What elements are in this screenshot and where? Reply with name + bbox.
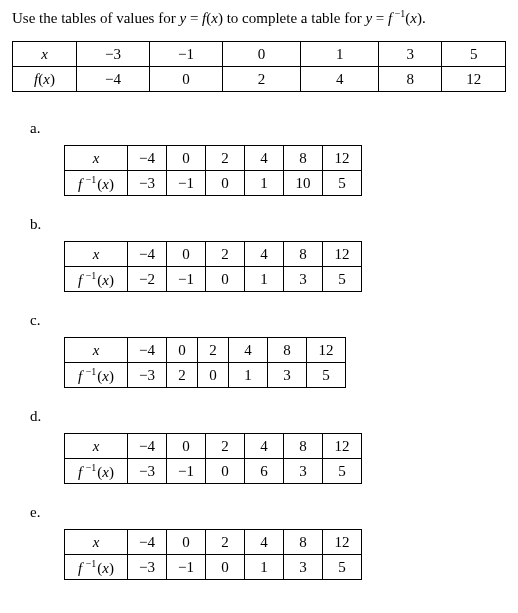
- cell: 12: [323, 146, 362, 171]
- eq: =: [186, 10, 202, 26]
- cell: −1: [167, 171, 206, 196]
- cell: 2: [198, 338, 229, 363]
- cell: 4: [245, 242, 284, 267]
- cell: 0: [206, 267, 245, 292]
- cell: 3: [284, 459, 323, 484]
- cell: 2: [206, 434, 245, 459]
- cell: 8: [284, 434, 323, 459]
- var-x: x: [211, 10, 218, 26]
- table-row: x −3 −1 0 1 3 5: [13, 42, 506, 67]
- table-row: f −1(x) −3 −1 0 6 3 5: [65, 459, 362, 484]
- cell: 2: [167, 363, 198, 388]
- paren-close: ).: [417, 10, 426, 26]
- inverse-sup: −1: [392, 8, 405, 19]
- option-c: c. x −4 0 2 4 8 12 f −1(x) −3 2 0 1 3 5: [40, 312, 506, 388]
- cell: 0: [150, 67, 223, 92]
- table-row: x −4 0 2 4 8 12: [65, 530, 362, 555]
- cell: −3: [128, 171, 167, 196]
- cell: 12: [323, 434, 362, 459]
- var-x: x: [410, 10, 417, 26]
- table-row: x −4 0 2 4 8 12: [65, 146, 362, 171]
- option-d: d. x −4 0 2 4 8 12 f −1(x) −3 −1 0 6 3 5: [40, 408, 506, 484]
- cell: −3: [128, 555, 167, 580]
- cell: 12: [442, 67, 506, 92]
- cell: 5: [307, 363, 346, 388]
- cell: 4: [301, 67, 379, 92]
- cell: 8: [379, 67, 442, 92]
- option-b: b. x −4 0 2 4 8 12 f −1(x) −2 −1 0 1 3 5: [40, 216, 506, 292]
- cell: 2: [223, 67, 301, 92]
- col-header-x: x: [93, 438, 100, 454]
- cell: −1: [167, 459, 206, 484]
- col-header-x: x: [93, 534, 100, 550]
- option-a: a. x −4 0 2 4 8 12 f −1(x) −3 −1 0 1 10 …: [40, 120, 506, 196]
- col-header-fx: f(x): [13, 67, 77, 92]
- option-label: b.: [30, 216, 506, 233]
- eq: =: [372, 10, 388, 26]
- col-header-finv: f −1(x): [65, 267, 128, 292]
- cell: 5: [442, 42, 506, 67]
- prompt-text: to complete a table for: [223, 10, 365, 26]
- option-table: x −4 0 2 4 8 12 f −1(x) −3 2 0 1 3 5: [64, 337, 346, 388]
- col-header-finv: f −1(x): [65, 555, 128, 580]
- cell: 1: [245, 267, 284, 292]
- cell: 5: [323, 555, 362, 580]
- table-row: x −4 0 2 4 8 12: [65, 338, 346, 363]
- cell: −3: [128, 459, 167, 484]
- cell: −1: [167, 267, 206, 292]
- cell: 12: [323, 242, 362, 267]
- col-header-finv: f −1(x): [65, 363, 128, 388]
- cell: 4: [229, 338, 268, 363]
- option-table: x −4 0 2 4 8 12 f −1(x) −3 −1 0 1 10 5: [64, 145, 362, 196]
- cell: −4: [128, 338, 167, 363]
- table-row: f(x) −4 0 2 4 8 12: [13, 67, 506, 92]
- cell: 12: [307, 338, 346, 363]
- table-row: f −1(x) −3 −1 0 1 10 5: [65, 171, 362, 196]
- cell: 0: [206, 459, 245, 484]
- cell: 4: [245, 530, 284, 555]
- col-header-finv: f −1(x): [65, 459, 128, 484]
- cell: −4: [128, 242, 167, 267]
- cell: −1: [150, 42, 223, 67]
- cell: 0: [167, 434, 206, 459]
- cell: −2: [128, 267, 167, 292]
- cell: 0: [223, 42, 301, 67]
- table-row: x −4 0 2 4 8 12: [65, 242, 362, 267]
- option-table: x −4 0 2 4 8 12 f −1(x) −3 −1 0 1 3 5: [64, 529, 362, 580]
- col-header-x: x: [93, 246, 100, 262]
- cell: 2: [206, 530, 245, 555]
- option-label: e.: [30, 504, 506, 521]
- col-header-finv: f −1(x): [65, 171, 128, 196]
- cell: 8: [268, 338, 307, 363]
- cell: 4: [245, 434, 284, 459]
- cell: −4: [128, 434, 167, 459]
- cell: 5: [323, 267, 362, 292]
- cell: 10: [284, 171, 323, 196]
- cell: 8: [284, 242, 323, 267]
- cell: 0: [198, 363, 229, 388]
- cell: 1: [245, 555, 284, 580]
- cell: 8: [284, 146, 323, 171]
- table-row: f −1(x) −2 −1 0 1 3 5: [65, 267, 362, 292]
- prompt-text: Use the tables of values for: [12, 10, 179, 26]
- cell: 3: [379, 42, 442, 67]
- cell: 12: [323, 530, 362, 555]
- option-label: c.: [30, 312, 506, 329]
- question-prompt: Use the tables of values for y = f(x) to…: [12, 8, 506, 27]
- option-table: x −4 0 2 4 8 12 f −1(x) −2 −1 0 1 3 5: [64, 241, 362, 292]
- cell: −4: [77, 67, 150, 92]
- cell: 8: [284, 530, 323, 555]
- cell: −1: [167, 555, 206, 580]
- cell: −3: [128, 363, 167, 388]
- cell: 4: [245, 146, 284, 171]
- option-e: e. x −4 0 2 4 8 12 f −1(x) −3 −1 0 1 3 5: [40, 504, 506, 580]
- cell: 0: [206, 555, 245, 580]
- cell: 3: [284, 555, 323, 580]
- cell: 1: [229, 363, 268, 388]
- cell: −4: [128, 530, 167, 555]
- cell: −4: [128, 146, 167, 171]
- cell: 6: [245, 459, 284, 484]
- cell: 0: [206, 171, 245, 196]
- col-header-x: x: [41, 46, 48, 62]
- given-table: x −3 −1 0 1 3 5 f(x) −4 0 2 4 8 12: [12, 41, 506, 92]
